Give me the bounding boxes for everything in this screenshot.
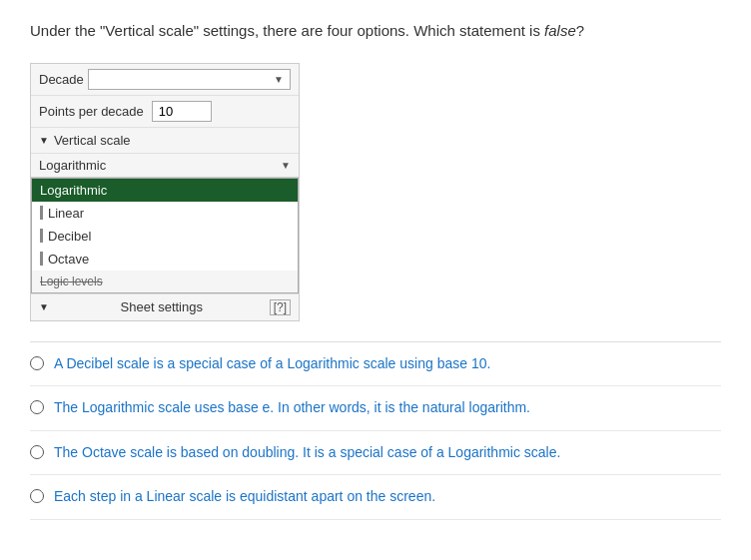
- scale-option-logarithmic-selected[interactable]: Logarithmic: [32, 179, 298, 202]
- scale-option-label: Decibel: [48, 229, 91, 244]
- answer-option-c[interactable]: The Octave scale is based on doubling. I…: [30, 431, 721, 476]
- scale-dropdown-arrow-icon: ▼: [281, 160, 291, 171]
- sheet-help-button[interactable]: [?]: [270, 299, 291, 315]
- answer-b-highlight: The Logarithmic scale uses base e. In ot…: [54, 399, 530, 415]
- scale-option-label: Logarithmic: [40, 183, 107, 198]
- scale-option-linear[interactable]: Linear: [32, 202, 298, 225]
- decade-dropdown-value: [95, 72, 99, 87]
- decade-arrow-icon: ▼: [274, 74, 284, 85]
- answer-text-a: A Decibel scale is a special case of a L…: [54, 354, 490, 374]
- settings-panel: Decade ▼ Points per decade ▼ Vertical sc…: [30, 63, 300, 321]
- answer-text-c: The Octave scale is based on doubling. I…: [54, 443, 560, 463]
- question-prefix: Under the "Vertical scale" settings, the…: [30, 22, 544, 39]
- logic-levels-label: Logic levels: [32, 271, 298, 292]
- scale-option-label: Linear: [48, 206, 84, 221]
- answer-option-a[interactable]: A Decibel scale is a special case of a L…: [30, 342, 721, 387]
- answers-section: A Decibel scale is a special case of a L…: [30, 341, 721, 520]
- points-row: Points per decade: [31, 96, 299, 128]
- radio-c[interactable]: [30, 445, 44, 459]
- collapse-sheet-icon: ▼: [39, 301, 49, 312]
- vertical-scale-header[interactable]: ▼ Vertical scale: [31, 128, 299, 154]
- vertical-scale-label: Vertical scale: [54, 133, 131, 148]
- question-italic: false: [544, 22, 576, 39]
- sheet-settings-row: ▼ Sheet settings [?]: [31, 293, 299, 320]
- radio-a[interactable]: [30, 356, 44, 370]
- decade-row: Decade ▼: [31, 64, 299, 96]
- points-input[interactable]: [152, 101, 212, 122]
- question-suffix: ?: [576, 22, 584, 39]
- scale-option-octave[interactable]: Octave: [32, 248, 298, 271]
- question-text: Under the "Vertical scale" settings, the…: [30, 20, 721, 43]
- radio-b[interactable]: [30, 400, 44, 414]
- scale-option-label: Octave: [48, 252, 89, 267]
- answer-d-highlight: Each step in a Linear scale is equidista…: [54, 488, 435, 504]
- scale-dropdown-header[interactable]: Logarithmic ▼: [31, 154, 299, 178]
- scale-selected-value: Logarithmic: [39, 158, 106, 173]
- answer-c-highlight: The Octave scale is based on doubling. I…: [54, 444, 560, 460]
- answer-option-b[interactable]: The Logarithmic scale uses base e. In ot…: [30, 386, 721, 431]
- sheet-settings-label: Sheet settings: [121, 299, 203, 314]
- answer-a-highlight: A Decibel scale is a special case of a L…: [54, 355, 490, 371]
- decade-label: Decade: [39, 72, 84, 87]
- answer-text-d: Each step in a Linear scale is equidista…: [54, 487, 435, 507]
- points-label: Points per decade: [39, 104, 144, 119]
- decade-dropdown[interactable]: ▼: [88, 69, 291, 90]
- radio-d[interactable]: [30, 489, 44, 503]
- answer-option-d[interactable]: Each step in a Linear scale is equidista…: [30, 475, 721, 520]
- scale-options-list: Logarithmic Linear Decibel Octave Logic …: [31, 178, 299, 293]
- answer-text-b: The Logarithmic scale uses base e. In ot…: [54, 398, 530, 418]
- collapse-icon: ▼: [39, 135, 49, 146]
- scale-option-decibel[interactable]: Decibel: [32, 225, 298, 248]
